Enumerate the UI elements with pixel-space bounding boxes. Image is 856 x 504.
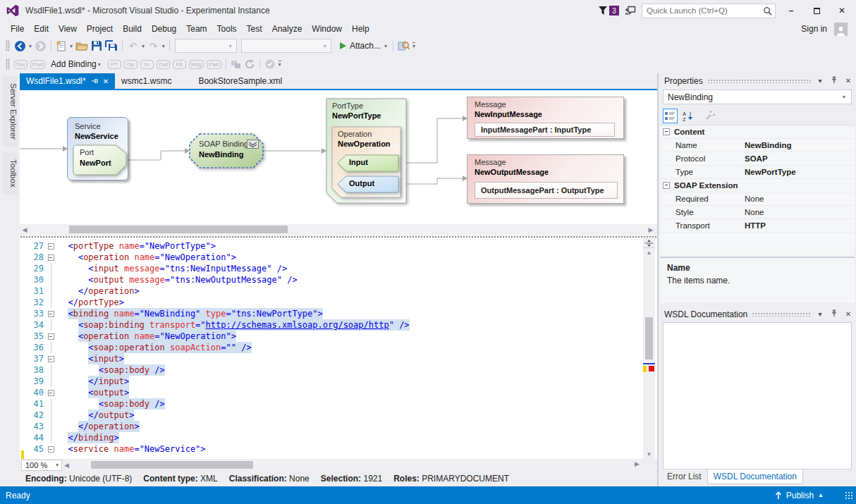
fold-collapse-icon[interactable]: − bbox=[48, 446, 54, 453]
code-line[interactable]: 33− <binding name="NewBinding" type="tns… bbox=[20, 308, 642, 319]
config-combo[interactable]: ▾ bbox=[175, 39, 237, 53]
doc-tab-bookstoresample[interactable]: BookStoreSample.xml bbox=[192, 73, 288, 89]
maximize-button[interactable] bbox=[807, 3, 826, 18]
pin-panel-icon-2[interactable] bbox=[829, 309, 839, 319]
category-collapse-icon[interactable]: − bbox=[663, 182, 670, 189]
fold-collapse-icon[interactable]: − bbox=[48, 356, 54, 362]
port-shape[interactable]: Port NewPort bbox=[73, 145, 127, 176]
quick-launch-input[interactable] bbox=[647, 6, 763, 15]
platform-combo[interactable]: ▾ bbox=[241, 39, 331, 53]
code-line[interactable]: 41 <soap:body /> bbox=[20, 398, 642, 410]
minimize-button[interactable]: – bbox=[781, 3, 801, 18]
add-service-button[interactable]: Svc bbox=[14, 60, 27, 69]
alphabetical-sort-button[interactable]: AZ bbox=[680, 109, 695, 123]
designer-hscroll-thumb[interactable] bbox=[69, 226, 288, 233]
close-button[interactable]: ✕ bbox=[832, 3, 852, 18]
fold-collapse-icon[interactable]: − bbox=[48, 390, 54, 396]
scroll-down-icon[interactable]: ▼ bbox=[647, 450, 652, 459]
scroll-left-icon[interactable]: ◀ bbox=[20, 224, 30, 235]
properties-grid[interactable]: −ContentNameNewBindingProtocolSOAPTypeNe… bbox=[660, 125, 855, 233]
add-operation-button[interactable]: Op bbox=[124, 60, 137, 69]
code-line[interactable]: 39 </input> bbox=[20, 376, 642, 387]
operation-input-shape[interactable]: Input bbox=[337, 154, 399, 172]
fold-collapse-icon[interactable]: − bbox=[48, 254, 54, 261]
xml-code-editor[interactable]: 27− <portType name="NewPortType">28− <op… bbox=[20, 238, 657, 459]
code-line[interactable]: 42 </output> bbox=[20, 410, 642, 421]
doc-tab-wsdlfile1[interactable]: WsdlFile1.wsdl* ✕ bbox=[20, 73, 115, 89]
error-list-tab[interactable]: Error List bbox=[661, 469, 707, 484]
doc-tab-wsmc1[interactable]: wsmc1.wsmc bbox=[115, 73, 178, 89]
property-row[interactable]: TransportHTTP bbox=[660, 219, 855, 233]
wsdl-designer-canvas[interactable]: Service NewService Port NewPort bbox=[20, 90, 657, 224]
editor-vscroll-thumb[interactable] bbox=[645, 317, 653, 359]
menu-window[interactable]: Window bbox=[307, 23, 347, 35]
window-position-icon-2[interactable]: ▾ bbox=[815, 310, 825, 318]
input-message-shape[interactable]: Message NewInputMessage InputMessagePart… bbox=[467, 97, 624, 139]
property-value[interactable]: None bbox=[745, 195, 855, 203]
wsdl-documentation-textarea[interactable] bbox=[663, 322, 852, 469]
property-row[interactable]: NameNewBinding bbox=[660, 139, 855, 152]
code-line[interactable]: 30 <output message="tns:NewOutputMessage… bbox=[20, 274, 642, 285]
menu-edit[interactable]: Edit bbox=[29, 23, 54, 35]
property-value[interactable]: SOAP bbox=[745, 154, 855, 163]
fold-collapse-icon[interactable]: − bbox=[48, 311, 54, 317]
property-category-row[interactable]: −Content bbox=[660, 125, 855, 139]
publish-caret-icon[interactable]: ▲ bbox=[818, 492, 824, 498]
add-port-button[interactable]: Port bbox=[30, 60, 45, 69]
code-line[interactable]: 32 </portType> bbox=[20, 297, 642, 308]
quick-launch-box[interactable] bbox=[642, 4, 776, 18]
add-fault-button[interactable]: Flt bbox=[173, 60, 186, 69]
code-line[interactable]: 36 <soap:operation soapAction="" /> bbox=[20, 342, 642, 353]
wsdl-documentation-tab[interactable]: WSDL Documentation bbox=[707, 469, 803, 484]
add-message-button[interactable]: Msg bbox=[189, 60, 204, 69]
navigate-forward-button[interactable] bbox=[33, 38, 48, 54]
code-lines[interactable]: 27− <portType name="NewPortType">28− <op… bbox=[20, 240, 642, 455]
hscroll-right-icon[interactable]: ▶ bbox=[632, 460, 642, 467]
code-line[interactable]: 38 <soap:body /> bbox=[20, 364, 642, 376]
refresh-icon[interactable] bbox=[243, 56, 257, 72]
add-part-button[interactable]: Part bbox=[207, 60, 221, 69]
menu-debug[interactable]: Debug bbox=[147, 23, 181, 35]
property-value[interactable]: None bbox=[745, 208, 855, 216]
save-all-button[interactable] bbox=[104, 38, 119, 54]
open-file-button[interactable] bbox=[74, 38, 90, 54]
fold-collapse-icon[interactable]: − bbox=[48, 333, 54, 340]
code-line[interactable]: 35− <operation name="NewOperation"> bbox=[20, 331, 642, 342]
property-row[interactable]: RequiredNone bbox=[660, 192, 855, 206]
undo-button[interactable]: ↶ bbox=[128, 38, 138, 54]
menu-test[interactable]: Test bbox=[242, 23, 267, 35]
validate-icon[interactable] bbox=[263, 56, 277, 72]
wsdl-toolbar-overflow[interactable]: ▾ bbox=[279, 61, 281, 68]
code-line[interactable]: 27− <portType name="NewPortType"> bbox=[20, 240, 642, 252]
server-explorer-tab[interactable]: Server Explorer bbox=[2, 76, 18, 147]
feedback-icon[interactable] bbox=[625, 6, 636, 16]
split-window-handle[interactable] bbox=[643, 238, 655, 248]
code-line[interactable]: 29 <input message="tns:NewInputMessage" … bbox=[20, 263, 642, 274]
toolbox-tab[interactable]: Toolbox bbox=[2, 152, 18, 195]
user-avatar-icon[interactable] bbox=[834, 23, 848, 36]
add-binding-button[interactable]: Add Binding▾ bbox=[51, 59, 102, 69]
output-message-part[interactable]: OutputMessagePart : OutputType bbox=[475, 182, 618, 199]
scroll-right-icon[interactable]: ▶ bbox=[646, 224, 656, 235]
sign-in-link[interactable]: Sign in bbox=[801, 24, 827, 34]
code-line[interactable]: 43 </operation> bbox=[20, 421, 642, 432]
pin-icon[interactable] bbox=[91, 78, 98, 85]
resize-grip[interactable] bbox=[845, 491, 853, 500]
wsdl-doc-panel-title[interactable]: WSDL Documentation ▾ ✕ bbox=[659, 307, 856, 321]
toolbar-grip-2[interactable] bbox=[6, 59, 10, 70]
property-category-row[interactable]: −SOAP Extension bbox=[660, 179, 855, 192]
new-file-dropdown[interactable]: ▾ bbox=[70, 43, 73, 49]
menu-build[interactable]: Build bbox=[118, 23, 147, 35]
attach-button[interactable]: Attach... ▾ bbox=[338, 38, 390, 54]
menu-help[interactable]: Help bbox=[347, 23, 374, 35]
property-row[interactable]: TypeNewPortType bbox=[660, 166, 855, 179]
input-message-part[interactable]: InputMessagePart : InputType bbox=[475, 123, 615, 137]
operation-output-shape[interactable]: Output bbox=[337, 176, 399, 193]
pin-panel-icon[interactable] bbox=[829, 76, 839, 85]
properties-object-combo[interactable]: NewBinding▾ bbox=[663, 90, 852, 104]
property-value[interactable]: HTTP bbox=[745, 221, 855, 230]
property-value[interactable]: NewBinding bbox=[745, 141, 855, 149]
close-tab-icon[interactable]: ✕ bbox=[103, 78, 109, 85]
redo-button[interactable]: ↷ bbox=[148, 38, 159, 54]
redo-dropdown[interactable]: ▾ bbox=[162, 43, 165, 49]
